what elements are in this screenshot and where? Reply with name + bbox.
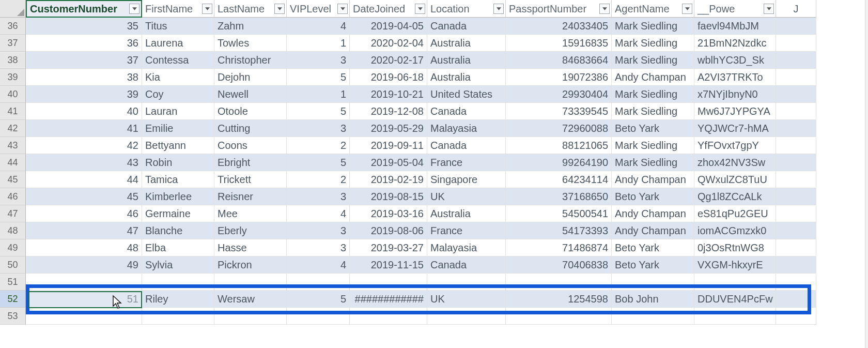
cell-datejoined[interactable]: 2019-12-08 [350, 103, 427, 120]
cell-empty[interactable] [776, 137, 816, 154]
cell-customernumber[interactable]: 36 [26, 35, 142, 52]
cell-empty[interactable] [776, 103, 816, 120]
cell-viplevel[interactable]: 5 [287, 69, 350, 86]
filter-dropdown-icon[interactable] [764, 4, 774, 14]
cell-lastname[interactable]: Dejohn [214, 69, 287, 86]
cell-lastname[interactable]: Trickett [214, 171, 287, 188]
filter-dropdown-icon[interactable] [274, 4, 285, 14]
cell-agentname[interactable]: Mark Siedling [612, 103, 694, 120]
cell-location[interactable]: Australia [427, 69, 506, 86]
column-header-location[interactable]: Location [427, 0, 506, 18]
row-number[interactable]: 36 [0, 18, 26, 35]
cell-powercode[interactable]: YfFOvxt7gpY [694, 137, 776, 154]
cell-location[interactable]: UK [427, 291, 506, 308]
cell-datejoined[interactable]: 2019-08-06 [350, 222, 427, 239]
cell-location[interactable]: Canada [427, 137, 506, 154]
cell-datejoined[interactable]: 2019-03-16 [350, 205, 427, 222]
cell-lastname[interactable]: Zahm [214, 18, 287, 35]
cell-customernumber[interactable]: 48 [26, 239, 142, 256]
row-number[interactable]: 44 [0, 154, 26, 171]
cell-customernumber[interactable]: 46 [26, 205, 142, 222]
cell-firstname[interactable]: Blanche [142, 222, 214, 239]
cell-powercode[interactable]: YQJWCr7-hMA [694, 120, 776, 137]
cell-agentname[interactable] [612, 274, 694, 291]
cell-passportnumber[interactable]: 29930404 [506, 86, 612, 103]
cell-empty[interactable] [776, 120, 816, 137]
cell-powercode[interactable]: iomACGmzxk0 [694, 222, 776, 239]
cell-empty[interactable] [776, 18, 816, 35]
cell-agentname[interactable]: Beto Yark [612, 256, 694, 274]
cell-passportnumber[interactable]: 1254598 [506, 291, 612, 308]
cell-empty[interactable] [776, 52, 816, 69]
cell-powercode[interactable] [694, 274, 776, 291]
cell-agentname[interactable]: Mark Siedling [612, 52, 694, 69]
spreadsheet-grid[interactable]: CustomerNumber FirstName LastName VIPLev… [0, 0, 868, 325]
cell-passportnumber[interactable]: 99264190 [506, 154, 612, 171]
cell-customernumber[interactable] [26, 308, 142, 325]
cell-viplevel[interactable]: 5 [287, 103, 350, 120]
row-number[interactable]: 50 [0, 256, 26, 274]
cell-firstname[interactable]: Laurena [142, 35, 214, 52]
cell-passportnumber[interactable]: 54173393 [506, 222, 612, 239]
cell-agentname[interactable]: Mark Siedling [612, 154, 694, 171]
cell-datejoined[interactable]: 2020-02-04 [350, 35, 427, 52]
row-number[interactable]: 42 [0, 120, 26, 137]
cell-location[interactable]: United States [427, 86, 506, 103]
cell-customernumber[interactable]: 49 [26, 256, 142, 274]
cell-lastname[interactable]: Mee [214, 205, 287, 222]
cell-location[interactable]: UK [427, 188, 506, 205]
filter-dropdown-icon[interactable] [202, 4, 212, 14]
cell-viplevel[interactable]: 4 [287, 205, 350, 222]
row-number[interactable]: 46 [0, 188, 26, 205]
cell-location[interactable] [427, 308, 506, 325]
cell-empty[interactable] [776, 188, 816, 205]
cell-agentname[interactable]: Mark Siedling [612, 35, 694, 52]
cell-firstname[interactable]: Germaine [142, 205, 214, 222]
cell-location[interactable]: Australia [427, 35, 506, 52]
cell-customernumber[interactable]: 39 [26, 86, 142, 103]
cell-firstname[interactable]: Elba [142, 239, 214, 256]
cell-firstname[interactable] [142, 308, 214, 325]
cell-customernumber[interactable]: 41 [26, 120, 142, 137]
cell-agentname[interactable]: Beto Yark [612, 120, 694, 137]
cell-location[interactable]: France [427, 222, 506, 239]
filter-dropdown-icon[interactable] [337, 4, 348, 14]
cell-datejoined[interactable]: 2019-05-04 [350, 154, 427, 171]
cell-viplevel[interactable]: 4 [287, 256, 350, 274]
cell-location[interactable]: Canada [427, 256, 506, 274]
cell-agentname[interactable]: Beto Yark [612, 188, 694, 205]
row-number[interactable]: 43 [0, 137, 26, 154]
row-number[interactable]: 49 [0, 239, 26, 256]
cell-firstname[interactable] [142, 274, 214, 291]
cell-passportnumber[interactable]: 24033405 [506, 18, 612, 35]
column-header-passportnumber[interactable]: PassportNumber [506, 0, 612, 18]
cell-viplevel[interactable]: 2 [287, 171, 350, 188]
column-header-viplevel[interactable]: VIPLevel [287, 0, 350, 18]
cell-agentname[interactable]: Andy Champan [612, 69, 694, 86]
cell-powercode[interactable]: DDUVEN4PcFw [694, 291, 776, 308]
cell-empty[interactable] [776, 154, 816, 171]
cell-customernumber[interactable]: 45 [26, 188, 142, 205]
cell-datejoined[interactable]: 2019-06-18 [350, 69, 427, 86]
cell-lastname[interactable]: Ebright [214, 154, 287, 171]
cell-agentname[interactable]: Mark Siedling [612, 86, 694, 103]
cell-lastname[interactable]: Hasse [214, 239, 287, 256]
cell-lastname[interactable]: Pickron [214, 256, 287, 274]
row-number[interactable]: 51 [0, 274, 26, 291]
cell-customernumber[interactable]: 35 [26, 18, 142, 35]
cell-powercode[interactable]: x7NYjIbnyN0 [694, 86, 776, 103]
cell-passportnumber[interactable]: 70406838 [506, 256, 612, 274]
cell-powercode[interactable]: VXGM-hkxyrE [694, 256, 776, 274]
cell-viplevel[interactable]: 4 [287, 18, 350, 35]
cell-customernumber[interactable]: 44 [26, 171, 142, 188]
cell-empty[interactable] [776, 239, 816, 256]
cell-lastname[interactable]: Wersaw [214, 291, 287, 308]
row-number[interactable]: 45 [0, 171, 26, 188]
column-header-extra[interactable]: J [776, 0, 816, 18]
cell-passportnumber[interactable]: 54500541 [506, 205, 612, 222]
cell-lastname[interactable]: Newell [214, 86, 287, 103]
cell-empty[interactable] [776, 274, 816, 291]
cell-powercode[interactable]: QWxulZC8TuU [694, 171, 776, 188]
cell-powercode[interactable]: wblhYC3D_Sk [694, 52, 776, 69]
cell-viplevel[interactable]: 1 [287, 35, 350, 52]
